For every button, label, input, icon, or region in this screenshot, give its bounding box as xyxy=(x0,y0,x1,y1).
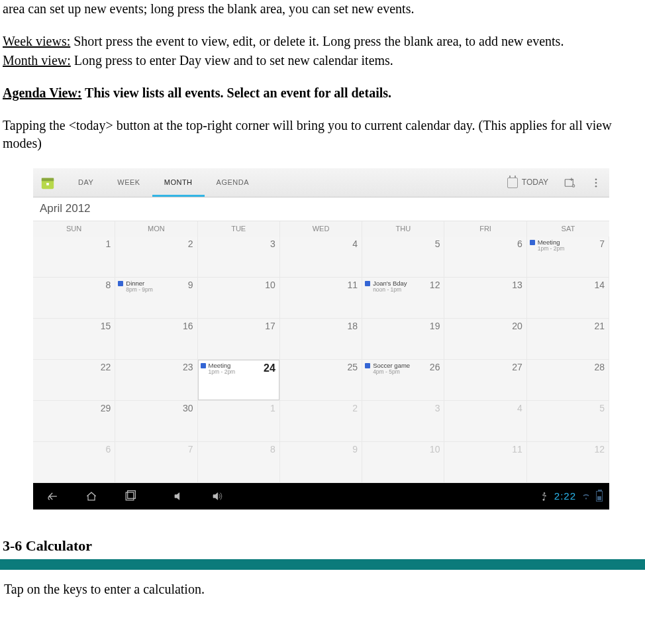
calendar-event[interactable]: Meeting1pm - 2pm xyxy=(530,239,591,252)
calendar-day-cell[interactable]: 10 xyxy=(362,442,444,483)
calendar-day-cell[interactable]: 4 xyxy=(444,401,526,442)
calendar-day-cell[interactable]: 2 xyxy=(280,401,362,442)
nav-recent-icon[interactable] xyxy=(117,483,143,510)
calendar-day-cell[interactable]: 20 xyxy=(444,319,526,360)
day-number: 7 xyxy=(188,443,193,456)
svg-rect-1 xyxy=(42,178,54,181)
volume-down-icon[interactable] xyxy=(170,483,188,510)
calendar-day-cell[interactable]: 8 xyxy=(33,278,115,319)
calendar-day-cell[interactable]: 23 xyxy=(115,360,197,401)
paragraph-month-view: Month view: Long press to enter Day view… xyxy=(3,52,642,70)
calendar-event[interactable]: Dinner8pm - 9pm xyxy=(118,280,179,294)
calendar-day-cell[interactable]: 9Dinner8pm - 9pm xyxy=(115,278,197,319)
tab-week[interactable]: WEEK xyxy=(105,168,152,197)
status-clock: 2:22 xyxy=(554,490,576,503)
calendar-day-cell[interactable]: 12 xyxy=(527,442,609,483)
calendar-day-cell[interactable]: 16 xyxy=(115,319,197,360)
overflow-menu-icon[interactable] xyxy=(583,168,609,197)
calendar-day-cell[interactable]: 27 xyxy=(444,360,526,401)
day-number: 8 xyxy=(105,279,111,292)
calendar-day-cell[interactable]: 22 xyxy=(33,360,115,401)
day-number: 24 xyxy=(264,361,275,376)
day-number: 6 xyxy=(105,443,111,456)
calendar-day-cell[interactable]: 4 xyxy=(280,237,362,278)
day-number: 28 xyxy=(594,361,605,374)
day-number: 29 xyxy=(101,402,111,415)
day-number: 22 xyxy=(101,361,111,374)
day-number: 3 xyxy=(270,238,275,250)
day-number: 21 xyxy=(594,320,605,333)
calendar-day-cell[interactable]: 30 xyxy=(115,401,197,442)
day-number: 5 xyxy=(435,238,440,250)
calendar-day-cell[interactable]: 19 xyxy=(362,319,444,360)
text-month-view: Long press to enter Day view and to set … xyxy=(71,53,393,68)
day-number: 20 xyxy=(512,320,522,333)
calendar-day-cell[interactable]: 9 xyxy=(280,442,362,483)
calendar-day-cell[interactable]: 13 xyxy=(444,278,526,319)
calendar-day-cell[interactable]: 24Meeting1pm - 2pm xyxy=(198,360,280,401)
label-week-views: Week views: xyxy=(3,34,70,48)
day-number: 1 xyxy=(105,238,111,250)
calendar-day-cell[interactable]: 8 xyxy=(198,442,280,483)
calendar-event[interactable]: Meeting1pm - 2pm xyxy=(201,362,262,376)
calendar-day-cell[interactable]: 1 xyxy=(33,237,115,278)
calendar-day-cell[interactable]: 3 xyxy=(198,237,280,278)
calendar-day-cell[interactable]: 21 xyxy=(527,319,609,360)
day-number: 7 xyxy=(599,238,605,250)
day-number: 9 xyxy=(352,443,358,456)
day-number: 12 xyxy=(430,279,440,292)
day-number: 13 xyxy=(512,279,522,292)
tab-day[interactable]: DAY xyxy=(66,168,105,197)
dow-wed: WED xyxy=(280,221,362,237)
dow-thu: THU xyxy=(362,221,444,237)
day-number: 19 xyxy=(430,320,440,333)
tab-agenda[interactable]: AGENDA xyxy=(205,168,261,197)
calendar-event[interactable]: Joan's Bdaynoon - 1pm xyxy=(365,280,426,294)
calendar-day-cell[interactable]: 25 xyxy=(280,360,362,401)
calendar-day-cell[interactable]: 7 xyxy=(115,442,197,483)
calendar-day-cell[interactable]: 12Joan's Bdaynoon - 1pm xyxy=(362,278,444,319)
status-area: 2:22 xyxy=(540,490,603,503)
calendar-event[interactable]: Soccer game4pm - 5pm xyxy=(365,362,426,376)
calendar-day-cell[interactable]: 17 xyxy=(198,319,280,360)
calendar-day-cell[interactable]: 15 xyxy=(33,319,115,360)
svg-point-7 xyxy=(595,185,597,187)
calendar-day-cell[interactable]: 7Meeting1pm - 2pm xyxy=(527,237,609,278)
calendar-view-tabs: DAY WEEK MONTH AGENDA xyxy=(66,168,261,197)
day-number: 9 xyxy=(188,279,193,292)
today-button[interactable]: TODAY xyxy=(499,168,556,197)
calendar-day-cell[interactable]: 29 xyxy=(33,401,115,442)
calendar-day-cell[interactable]: 6 xyxy=(444,237,526,278)
event-time: 8pm - 9pm xyxy=(126,287,153,293)
tab-month[interactable]: MONTH xyxy=(152,168,205,197)
calendar-day-cell[interactable]: 5 xyxy=(527,401,609,442)
nav-back-icon[interactable] xyxy=(40,483,66,510)
calendar-day-cell[interactable]: 18 xyxy=(280,319,362,360)
calendar-day-cell[interactable]: 2 xyxy=(115,237,197,278)
calendar-day-cell[interactable]: 14 xyxy=(527,278,609,319)
calendar-app-icon[interactable] xyxy=(33,168,62,197)
calendar-day-cell[interactable]: 1 xyxy=(198,401,280,442)
day-number: 12 xyxy=(594,443,605,456)
calendar-day-cell[interactable]: 11 xyxy=(444,442,526,483)
calendar-grid: 1234567Meeting1pm - 2pm89Dinner8pm - 9pm… xyxy=(33,237,609,483)
nav-home-icon[interactable] xyxy=(78,483,105,510)
calendar-day-cell[interactable]: 10 xyxy=(198,278,280,319)
dow-sat: SAT xyxy=(527,221,609,237)
calendar-toolbar: DAY WEEK MONTH AGENDA TODAY xyxy=(33,168,609,197)
calendar-day-cell[interactable]: 11 xyxy=(280,278,362,319)
volume-up-icon[interactable] xyxy=(208,483,226,510)
calendar-day-cell[interactable]: 6 xyxy=(33,442,115,483)
calendar-dow-row: SUN MON TUE WED THU FRI SAT xyxy=(33,221,609,237)
day-number: 10 xyxy=(430,443,440,456)
day-number: 1 xyxy=(270,402,275,415)
calendar-day-cell[interactable]: 28 xyxy=(527,360,609,401)
calendar-day-cell[interactable]: 3 xyxy=(362,401,444,442)
day-number: 5 xyxy=(599,402,605,415)
calendar-day-cell[interactable]: 26Soccer game4pm - 5pm xyxy=(362,360,444,401)
dow-mon: MON xyxy=(115,221,197,237)
label-agenda-view: Agenda View: xyxy=(3,85,81,100)
new-event-icon[interactable] xyxy=(556,168,583,197)
calendar-day-cell[interactable]: 5 xyxy=(362,237,444,278)
day-number: 10 xyxy=(265,279,275,292)
